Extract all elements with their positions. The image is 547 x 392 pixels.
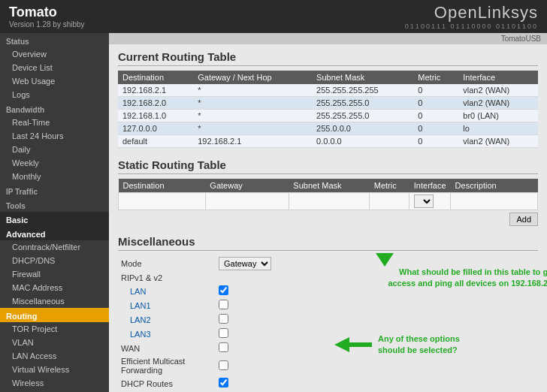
sidebar-item-virtualwireless[interactable]: Virtual Wireless [0, 363, 109, 376]
ripv1v2-label: RIPv1 & v2 [118, 272, 216, 284]
current-route-destination: 192.168.2.1 [118, 84, 193, 97]
scol-metric: Metric [370, 179, 409, 193]
sidebar-item-wireless[interactable]: Wireless [0, 376, 109, 390]
sidebar-section-iptraffic: IP Traffic [0, 183, 109, 198]
lan3-checkbox-cell [216, 327, 358, 341]
wan-checkbox-cell [216, 341, 358, 355]
sidebar-item-macaddress[interactable]: MAC Address [0, 281, 109, 294]
misc-lan3-row: LAN3 [118, 327, 358, 341]
current-routing-table: Destination Gateway / Next Hop Subnet Ma… [118, 71, 538, 148]
dhcp-checkbox-cell [216, 376, 358, 390]
sidebar-item-miscellaneous[interactable]: Miscellaneous [0, 294, 109, 308]
mode-value-cell: Gateway Router [216, 255, 358, 272]
lan2-checkbox-cell [216, 312, 358, 327]
app-subtitle: Version 1.28 by shibby [9, 20, 85, 29]
misc-title: Miscellaneous [118, 235, 538, 251]
sidebar-section-bandwidth: Bandwidth [0, 101, 109, 116]
sidebar-item-daily[interactable]: Daily [0, 143, 109, 156]
annotation-area: What should be filled in this table to g… [334, 253, 547, 357]
static-gateway-input[interactable] [210, 197, 284, 206]
current-route-gateway: * [193, 122, 312, 135]
current-route-interface: vlan2 (WAN) [458, 97, 538, 110]
sidebar-item-monthly[interactable]: Monthly [0, 170, 109, 183]
lan2-checkbox[interactable] [219, 314, 228, 324]
sidebar-item-firewall[interactable]: Firewall [0, 267, 109, 281]
scol-gateway: Gateway [205, 179, 289, 193]
efficient-checkbox[interactable] [219, 360, 228, 370]
sidebar-item-web-usage[interactable]: Web Usage [0, 74, 109, 88]
current-route-row: 192.168.2.1*255.255.255.2550vlan2 (WAN) [118, 84, 538, 97]
misc-efficient-row: Efficient Multicast Forwarding [118, 355, 358, 376]
lan-checkbox-cell [216, 284, 358, 298]
current-route-subnet: 255.255.255.0 [312, 110, 413, 122]
lan3-label: LAN3 [118, 327, 216, 341]
sidebar-section-tools: Tools [0, 198, 109, 212]
misc-mode-row: Mode Gateway Router [118, 255, 358, 272]
brand-logo: OpenLinksys [405, 3, 538, 23]
current-route-subnet: 255.0.0.0 [312, 122, 413, 135]
wan-checkbox[interactable] [219, 342, 228, 352]
efficient-label: Efficient Multicast Forwarding [118, 355, 216, 376]
dhcp-label: DHCP Routes [118, 376, 216, 390]
lan2-label: LAN2 [118, 312, 216, 327]
sidebar-item-conntrack[interactable]: Conntrack/Netfilter [0, 240, 109, 254]
miscellaneous-section: Miscellaneous What should be filled in t… [109, 231, 547, 392]
lan1-label: LAN1 [118, 298, 216, 312]
sidebar-item-lanaccess[interactable]: LAN Access [0, 349, 109, 363]
static-interface-select[interactable] [414, 194, 434, 208]
current-route-destination: 192.168.2.0 [118, 97, 193, 110]
current-route-gateway: * [193, 97, 312, 110]
annotation-right-text: Any of these optionsshould be selected? [378, 333, 460, 357]
header-left: Tomato Version 1.28 by shibby [9, 5, 85, 29]
arrow-down-icon [376, 253, 394, 267]
sidebar-item-vlan[interactable]: VLAN [0, 336, 109, 349]
col-interface: Interface [458, 71, 538, 84]
sidebar-item-last24[interactable]: Last 24 Hours [0, 129, 109, 143]
lan1-checkbox[interactable] [219, 300, 228, 309]
static-destination-input[interactable] [123, 197, 201, 206]
current-route-row: 192.168.2.0*255.255.255.00vlan2 (WAN) [118, 97, 538, 110]
static-routing-title: Static Routing Table [118, 158, 538, 174]
misc-lan1-row: LAN1 [118, 298, 358, 312]
header: Tomato Version 1.28 by shibby OpenLinksy… [0, 0, 547, 33]
current-route-row: default192.168.2.10.0.0.00vlan2 (WAN) [118, 135, 538, 148]
sidebar-item-dhcpdns[interactable]: DHCP/DNS [0, 254, 109, 267]
current-route-subnet: 255.255.255.255 [312, 84, 413, 97]
misc-table: Mode Gateway Router RIPv1 & v2 [118, 255, 358, 390]
scol-subnet: Subnet Mask [289, 179, 369, 193]
annotation-top-text: What should be filled in this table to g… [349, 267, 547, 290]
lan-checkbox[interactable] [219, 285, 228, 295]
sidebar-group-basic: Basic [0, 212, 109, 226]
misc-lan-row: LAN [118, 284, 358, 298]
sidebar-item-overview[interactable]: Overview [0, 47, 109, 61]
current-route-metric: 0 [413, 97, 458, 110]
sidebar-item-weekly[interactable]: Weekly [0, 156, 109, 170]
current-route-gateway: * [193, 84, 312, 97]
mode-select[interactable]: Gateway Router [219, 257, 271, 270]
current-routing-section: Current Routing Table Destination Gatewa… [109, 44, 547, 152]
sidebar-item-realtime[interactable]: Real-Time [0, 116, 109, 129]
static-subnet-input[interactable] [294, 197, 364, 206]
efficient-checkbox-cell [216, 355, 358, 376]
annotation-right-row: Any of these optionsshould be selected? [334, 333, 547, 357]
sidebar-item-logs[interactable]: Logs [0, 88, 109, 101]
lan1-checkbox-cell [216, 298, 358, 312]
current-route-row: 192.168.1.0*255.255.255.00br0 (LAN) [118, 110, 538, 122]
app-title: Tomato [9, 5, 85, 20]
dhcp-checkbox[interactable] [219, 378, 228, 387]
static-description-input[interactable] [455, 197, 533, 206]
mode-label: Mode [118, 255, 216, 272]
sidebar-item-device-list[interactable]: Device List [0, 61, 109, 74]
current-routing-title: Current Routing Table [118, 50, 538, 66]
sidebar-group-routing: Routing [0, 308, 109, 322]
add-route-button[interactable]: Add [509, 213, 538, 226]
current-route-interface: lo [458, 122, 538, 135]
sidebar-item-torproject[interactable]: TOR Project [0, 322, 109, 336]
current-route-metric: 0 [413, 84, 458, 97]
lan3-checkbox[interactable] [219, 328, 228, 338]
scol-description: Description [451, 179, 538, 193]
scol-destination: Destination [119, 179, 206, 193]
static-metric-input[interactable] [374, 197, 404, 206]
current-route-metric: 0 [413, 122, 458, 135]
current-route-destination: default [118, 135, 193, 148]
